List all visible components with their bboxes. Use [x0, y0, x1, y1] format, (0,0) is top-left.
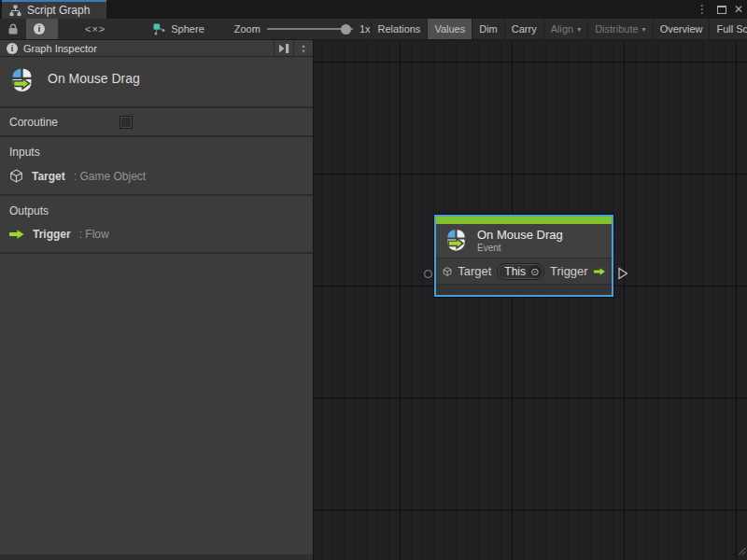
relations-button[interactable]: Relations: [371, 19, 428, 39]
coroutine-row: Coroutine: [0, 108, 313, 137]
game-object-cube-icon: [9, 169, 23, 183]
zoom-control: Zoom 1x: [234, 19, 371, 39]
object-picker-icon[interactable]: ⊙: [529, 265, 542, 278]
node-footer: [436, 284, 612, 295]
trigger-port-label: Trigger: [550, 264, 588, 278]
overview-button[interactable]: Overview: [653, 19, 710, 39]
inputs-section: Inputs Target : Game Object: [0, 137, 313, 196]
graph-toolbar: i <×> Sphere Zoom 1x Relations Values Di…: [0, 19, 747, 40]
script-graph-window: Script Graph ⋮ ✕ i <×> Sphere Zoom: [0, 0, 747, 560]
input-port-name: Target: [32, 170, 65, 183]
close-icon[interactable]: ✕: [734, 3, 743, 16]
graph-owner-label: Sphere: [171, 23, 204, 35]
dock-right-icon: [278, 44, 289, 53]
inputs-title: Inputs: [9, 146, 303, 159]
carry-button[interactable]: Carry: [504, 19, 543, 39]
node-subtitle: Event: [477, 243, 563, 253]
window-controls: ⋮ ✕: [695, 0, 743, 19]
tab-bar: Script Graph ⋮ ✕: [0, 0, 747, 19]
flow-port-triangle-icon: [618, 267, 628, 280]
distribute-dropdown[interactable]: Distribute ▾: [587, 19, 652, 39]
info-icon: i: [7, 43, 18, 54]
tab-label: Script Graph: [27, 4, 90, 17]
chevron-down-icon: ▾: [642, 25, 646, 34]
panel-stepper[interactable]: ▴ ▾: [293, 40, 313, 57]
input-port-row: Target : Game Object: [9, 169, 303, 183]
graph-inspector-panel: i Graph Inspector ▴ ▾ On Mouse: [0, 40, 314, 560]
node-output-port[interactable]: [618, 267, 628, 284]
zoom-slider-handle[interactable]: [341, 24, 351, 35]
inspector-toggle-button[interactable]: i: [26, 19, 58, 39]
align-dropdown[interactable]: Align ▾: [543, 19, 587, 39]
window-menu-icon[interactable]: ⋮: [695, 3, 710, 16]
stepper-down-icon[interactable]: ▾: [302, 49, 305, 54]
maximize-icon[interactable]: [717, 6, 726, 14]
outputs-title: Outputs: [9, 204, 303, 217]
graph-inspector-title: Graph Inspector: [23, 43, 97, 54]
preview-code-button[interactable]: <×>: [58, 19, 133, 39]
fullscreen-button[interactable]: Full Screen: [709, 19, 747, 39]
target-value: This: [504, 265, 526, 278]
node-header[interactable]: On Mouse Drag Event: [436, 224, 612, 259]
chevron-down-icon: ▾: [577, 25, 581, 34]
zoom-label: Zoom: [234, 23, 261, 35]
flow-arrow-icon: [9, 229, 24, 240]
lock-button[interactable]: [0, 19, 26, 39]
resize-grip[interactable]: [738, 542, 746, 559]
target-value-chip[interactable]: This ⊙: [497, 263, 544, 280]
outputs-section: Outputs Trigger : Flow: [0, 196, 313, 254]
zoom-value: 1x: [359, 23, 371, 35]
values-button[interactable]: Values: [427, 19, 472, 39]
code-icon: <×>: [85, 23, 106, 35]
target-port-label: Target: [458, 264, 491, 278]
coroutine-checkbox[interactable]: [120, 116, 133, 129]
unit-header: On Mouse Drag: [0, 57, 313, 108]
graph-canvas[interactable]: On Mouse Drag Event Target This ⊙ Trigge…: [314, 40, 747, 560]
zoom-slider[interactable]: [267, 19, 353, 39]
dock-right-button[interactable]: [274, 40, 293, 57]
output-port-type: : Flow: [79, 228, 109, 241]
game-object-cube-icon: [443, 265, 452, 278]
info-icon: i: [34, 23, 45, 35]
output-port-row: Trigger : Flow: [9, 228, 303, 241]
tab-script-graph[interactable]: Script Graph: [2, 0, 106, 19]
coroutine-label: Coroutine: [9, 116, 120, 129]
graph-inspector-header: i Graph Inspector ▴ ▾: [0, 40, 313, 57]
flow-arrow-icon[interactable]: [594, 266, 605, 277]
node-event-color-bar: [436, 217, 612, 224]
node-input-port[interactable]: [424, 270, 432, 278]
lock-icon: [8, 23, 18, 35]
node-port-row: Target This ⊙ Trigger: [436, 259, 612, 284]
script-machine-icon: [153, 23, 165, 35]
mouse-drag-icon: [444, 228, 468, 253]
output-port-name: Trigger: [33, 228, 71, 241]
main-content: i Graph Inspector ▴ ▾ On Mouse: [0, 40, 747, 560]
toolbar-button-group: Relations Values Dim Carry Align ▾ Distr…: [371, 19, 747, 39]
on-mouse-drag-node[interactable]: On Mouse Drag Event Target This ⊙ Trigge…: [434, 215, 613, 297]
script-graph-icon: [9, 5, 21, 16]
unit-title: On Mouse Drag: [48, 71, 140, 86]
mouse-drag-icon: [9, 66, 35, 94]
node-title: On Mouse Drag: [477, 228, 563, 242]
graph-owner-breadcrumb[interactable]: Sphere: [148, 19, 209, 39]
dim-button[interactable]: Dim: [472, 19, 504, 39]
input-port-type: : Game Object: [74, 170, 146, 183]
inspector-empty-area: [0, 254, 313, 560]
